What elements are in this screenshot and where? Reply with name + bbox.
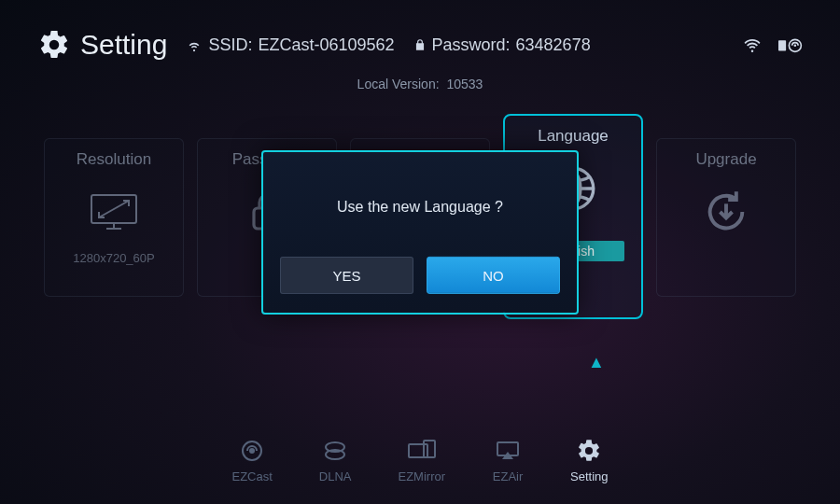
nav-ezmirror-label: EZMirror — [399, 469, 446, 483]
version-label: Local Version: — [357, 77, 440, 91]
dialog-message: Use the new Language ? — [280, 199, 560, 216]
header-status-icons — [741, 35, 803, 54]
tile-upgrade-title: Upgrade — [695, 150, 756, 169]
ssid-value: EZCast-06109562 — [258, 35, 394, 55]
password-label: Password: — [432, 35, 511, 55]
wifi-small-icon — [186, 36, 203, 53]
password-info: Password: 63482678 — [413, 35, 591, 55]
monitor-icon — [86, 186, 142, 238]
nav-ezair-label: EZAir — [493, 469, 524, 483]
no-button[interactable]: NO — [427, 257, 560, 294]
nav-dlna[interactable]: DLNA — [319, 438, 352, 483]
ezmirror-icon — [406, 438, 438, 464]
tile-resolution-title: Resolution — [77, 150, 151, 169]
gear-nav-icon — [573, 438, 605, 464]
tile-upgrade[interactable]: Upgrade — [656, 138, 796, 297]
yes-button[interactable]: YES — [280, 257, 413, 294]
lock-small-icon — [413, 38, 427, 51]
nav-setting-label: Setting — [570, 469, 608, 483]
svg-rect-0 — [778, 40, 786, 50]
title-group: Setting — [37, 28, 167, 62]
nav-setting[interactable]: Setting — [570, 438, 608, 483]
nav-dlna-label: DLNA — [319, 469, 352, 483]
nav-ezmirror[interactable]: EZMirror — [399, 438, 446, 483]
nav-ezair[interactable]: EZAir — [492, 438, 524, 483]
ssid-label: SSID: — [208, 35, 252, 55]
svg-rect-19 — [424, 441, 435, 457]
tile-resolution[interactable]: Resolution 1280x720_60P — [44, 138, 184, 297]
nav-ezcast-label: EZCast — [231, 469, 272, 483]
cast-status-icon — [778, 35, 803, 54]
dialog-buttons: YES NO — [280, 257, 560, 294]
tile-resolution-value: 1280x720_60P — [73, 251, 154, 265]
gear-icon — [37, 28, 71, 62]
ezcast-icon — [236, 438, 268, 464]
wifi-status-icon — [741, 35, 763, 54]
ezair-icon — [492, 438, 524, 464]
tile-language-title: Language — [538, 127, 609, 146]
dlna-icon — [319, 438, 351, 464]
header-bar: Setting SSID: EZCast-06109562 Password: … — [0, 0, 840, 71]
password-value: 63482678 — [516, 35, 591, 55]
bottom-nav: EZCast DLNA EZMirror EZAir Setting — [0, 438, 840, 483]
svg-point-15 — [250, 449, 254, 453]
version-value: 10533 — [446, 77, 483, 91]
svg-line-6 — [99, 201, 129, 217]
page-title: Setting — [80, 29, 167, 61]
language-confirm-dialog: Use the new Language ? YES NO — [261, 150, 579, 315]
svg-point-2 — [794, 45, 797, 48]
refresh-download-icon — [702, 186, 750, 238]
ssid-info: SSID: EZCast-06109562 — [186, 35, 394, 55]
version-row: Local Version: 10533 — [0, 77, 840, 91]
tile-pointer-up-icon: ▲ — [588, 353, 605, 372]
nav-ezcast[interactable]: EZCast — [231, 438, 272, 483]
